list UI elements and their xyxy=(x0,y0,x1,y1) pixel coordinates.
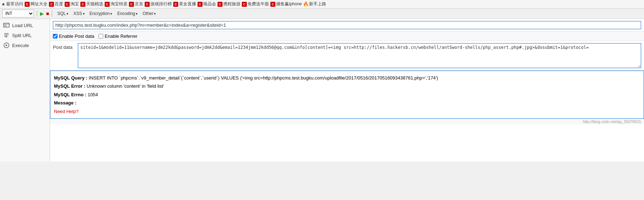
content-panel: Enable Post data Enable Referrer Post da… xyxy=(50,19,644,161)
c-icon-8: C xyxy=(173,2,178,7)
bookmark-youxi[interactable]: C 游戏排行榜 xyxy=(145,1,172,7)
execute-label: Execute xyxy=(12,43,29,48)
mysql-error-label: MySQL Error : xyxy=(54,83,85,89)
int-select[interactable]: INT STRING BOOLEAN xyxy=(2,10,34,17)
c-icon-1: C xyxy=(25,2,30,7)
enable-referrer-checkbox[interactable] xyxy=(99,34,103,39)
bookmarks-bar: ★ 最常访问 C 网址大全 C 百度 C 淘宝 C 天猫精选 C 淘宝特卖 C … xyxy=(0,0,644,9)
other-dropdown-button[interactable]: Other xyxy=(140,11,156,16)
bookmark-mianfei[interactable]: C 免费送牛股 xyxy=(242,1,269,7)
c-icon-9: C xyxy=(198,2,203,7)
bottom-bar: http://blog.csdn.net/qq_35078631 xyxy=(50,119,644,124)
green-arrow-button[interactable]: ▶ xyxy=(40,11,44,16)
sql-dropdown-button[interactable]: SQL xyxy=(55,11,69,16)
c-icon-7: C xyxy=(145,2,150,7)
c-icon-4: C xyxy=(80,2,85,7)
c-icon-6: C xyxy=(129,2,134,7)
mysql-query-label: MySQL Query : xyxy=(54,75,88,81)
enable-referrer-text: Enable Referrer xyxy=(105,34,138,39)
bookmark-tianmao[interactable]: C 天猫精选 xyxy=(80,1,103,7)
mysql-error-value: Unknown column 'content' in 'field list' xyxy=(87,83,164,89)
sidebar: Load URL Split URL xyxy=(0,19,50,161)
main-area: Load URL Split URL xyxy=(0,19,644,161)
mysql-query-line: MySQL Query : INSERT INTO `phpcms`.`v9_m… xyxy=(54,74,640,82)
red-stop-button[interactable]: ■ xyxy=(46,11,49,16)
xss-dropdown-button[interactable]: XSS xyxy=(71,11,85,16)
enable-post-data-label[interactable]: Enable Post data xyxy=(53,34,94,39)
bookmark-vip[interactable]: C 唯品会 xyxy=(198,1,216,7)
toolbar-separator-2 xyxy=(52,10,52,17)
star-icon: ★ xyxy=(1,2,5,7)
message-line: Message : xyxy=(54,99,640,107)
sidebar-item-load-url[interactable]: Load URL xyxy=(0,20,50,30)
c-icon-12: C xyxy=(270,2,275,7)
url-input[interactable] xyxy=(53,21,641,29)
mysql-errno-line: MySQL Errno : 1054 xyxy=(54,91,640,99)
bookmark-taobao[interactable]: C 淘宝 xyxy=(65,1,79,7)
c-icon-11: C xyxy=(242,2,247,7)
split-url-icon xyxy=(3,32,10,39)
result-section: MySQL Query : INSERT INTO `phpcms`.`v9_m… xyxy=(50,71,644,119)
mysql-errno-value: 1054 xyxy=(88,92,98,97)
mysql-query-value: INSERT INTO `phpcms`.`v9_member_detail`(… xyxy=(89,75,438,81)
sidebar-item-split-url[interactable]: Split URL xyxy=(0,30,50,40)
mysql-errno-label: MySQL Errno : xyxy=(54,92,86,97)
execute-icon xyxy=(3,42,10,49)
c-icon-3: C xyxy=(65,2,70,7)
bookmark-wangzhi[interactable]: C 网址大全 xyxy=(25,1,48,7)
toolbar-row: INT STRING BOOLEAN ▶ ■ SQL XSS Encryptio… xyxy=(0,9,644,19)
need-help-line: Need Help? xyxy=(54,107,640,116)
c-icon-5: C xyxy=(105,2,110,7)
svg-rect-2 xyxy=(4,25,6,26)
bookmark-xiecheng[interactable]: C 携程旅游 xyxy=(218,1,240,7)
enable-post-data-text: Enable Post data xyxy=(59,34,94,39)
mysql-error-line: MySQL Error : Unknown column 'content' i… xyxy=(54,82,640,90)
url-row xyxy=(50,19,644,32)
bookmark-zuichang[interactable]: ★ 最常访问 xyxy=(1,1,23,7)
checkboxes-row: Enable Post data Enable Referrer xyxy=(50,32,644,41)
bookmark-meinv[interactable]: C 美女直播 xyxy=(173,1,196,7)
c-icon-2: C xyxy=(49,2,54,7)
split-url-label: Split URL xyxy=(12,33,32,38)
encryption-dropdown-button[interactable]: Encryption xyxy=(88,11,113,16)
sidebar-item-execute[interactable]: Execute xyxy=(0,40,50,50)
load-url-icon xyxy=(3,22,10,29)
bookmark-baidu[interactable]: C 百度 xyxy=(49,1,63,7)
encoding-dropdown-button[interactable]: Encoding xyxy=(115,11,138,16)
bookmark-jd[interactable]: C 京东 xyxy=(129,1,143,7)
load-url-label: Load URL xyxy=(12,23,33,28)
bottom-url: http://blog.csdn.net/qq_35078631 xyxy=(583,119,641,124)
need-help-link[interactable]: Need Help? xyxy=(54,109,79,114)
post-data-label: Post data xyxy=(53,43,78,68)
enable-referrer-label[interactable]: Enable Referrer xyxy=(99,34,138,39)
c-icon-10: C xyxy=(218,2,223,7)
message-label: Message : xyxy=(54,100,76,106)
toolbar-separator-1 xyxy=(37,10,37,17)
bookmark-taobaotemai[interactable]: C 淘宝特卖 xyxy=(105,1,128,7)
firefox-icon: 🔥 xyxy=(303,2,308,7)
bookmark-xinshou[interactable]: 🔥 新手上路 xyxy=(303,1,326,7)
post-data-textarea[interactable] xyxy=(78,43,641,68)
post-data-section: Post data xyxy=(50,41,644,71)
enable-post-data-checkbox[interactable] xyxy=(53,34,58,39)
bookmark-buyu[interactable]: C 捕鱼赢iphone xyxy=(270,1,302,7)
